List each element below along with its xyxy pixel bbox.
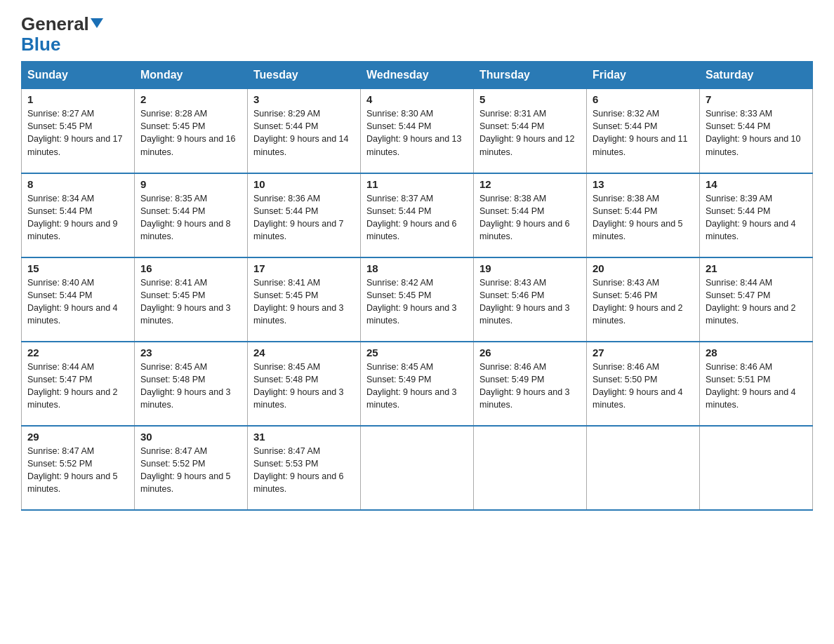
weekday-header-friday: Friday — [587, 62, 700, 89]
day-number: 19 — [479, 262, 581, 274]
day-number: 21 — [706, 262, 807, 274]
calendar-body: 1 Sunrise: 8:27 AMSunset: 5:45 PMDayligh… — [22, 89, 813, 510]
day-info: Sunrise: 8:27 AMSunset: 5:45 PMDaylight:… — [27, 109, 123, 156]
day-info: Sunrise: 8:45 AMSunset: 5:49 PMDaylight:… — [366, 362, 457, 410]
day-number: 30 — [140, 431, 241, 443]
calendar-cell: 31 Sunrise: 8:47 AMSunset: 5:53 PMDaylig… — [248, 426, 361, 510]
day-info: Sunrise: 8:37 AMSunset: 5:44 PMDaylight:… — [366, 194, 457, 241]
day-number: 26 — [479, 347, 581, 358]
day-info: Sunrise: 8:47 AMSunset: 5:52 PMDaylight:… — [140, 446, 231, 494]
weekday-header-wednesday: Wednesday — [361, 62, 474, 89]
calendar-cell: 18 Sunrise: 8:42 AMSunset: 5:45 PMDaylig… — [361, 257, 474, 342]
day-number: 23 — [140, 347, 241, 358]
day-number: 24 — [253, 347, 355, 358]
day-number: 11 — [366, 178, 468, 190]
calendar-cell — [474, 426, 587, 510]
weekday-header-monday: Monday — [135, 62, 248, 89]
day-info: Sunrise: 8:44 AMSunset: 5:47 PMDaylight:… — [27, 362, 118, 410]
day-info: Sunrise: 8:46 AMSunset: 5:50 PMDaylight:… — [593, 362, 683, 410]
day-number: 3 — [253, 93, 355, 105]
weekday-header-row: SundayMondayTuesdayWednesdayThursdayFrid… — [22, 62, 813, 89]
calendar-cell: 27 Sunrise: 8:46 AMSunset: 5:50 PMDaylig… — [587, 342, 700, 426]
day-number: 2 — [140, 93, 241, 105]
calendar-cell: 3 Sunrise: 8:29 AMSunset: 5:44 PMDayligh… — [248, 89, 361, 173]
calendar-cell: 22 Sunrise: 8:44 AMSunset: 5:47 PMDaylig… — [22, 342, 135, 426]
day-info: Sunrise: 8:44 AMSunset: 5:47 PMDaylight:… — [706, 278, 796, 326]
calendar-cell: 15 Sunrise: 8:40 AMSunset: 5:44 PMDaylig… — [22, 257, 135, 342]
calendar-cell: 26 Sunrise: 8:46 AMSunset: 5:49 PMDaylig… — [474, 342, 587, 426]
calendar-cell: 4 Sunrise: 8:30 AMSunset: 5:44 PMDayligh… — [361, 89, 474, 173]
day-info: Sunrise: 8:45 AMSunset: 5:48 PMDaylight:… — [140, 362, 231, 410]
day-number: 16 — [140, 262, 241, 274]
calendar-cell: 30 Sunrise: 8:47 AMSunset: 5:52 PMDaylig… — [135, 426, 248, 510]
day-number: 9 — [140, 178, 241, 190]
day-number: 6 — [593, 93, 694, 105]
day-number: 12 — [479, 178, 581, 190]
calendar-cell: 17 Sunrise: 8:41 AMSunset: 5:45 PMDaylig… — [248, 257, 361, 342]
day-info: Sunrise: 8:47 AMSunset: 5:52 PMDaylight:… — [27, 446, 118, 494]
day-number: 7 — [706, 93, 807, 105]
calendar-cell: 16 Sunrise: 8:41 AMSunset: 5:45 PMDaylig… — [135, 257, 248, 342]
calendar-week-row: 15 Sunrise: 8:40 AMSunset: 5:44 PMDaylig… — [22, 257, 813, 342]
calendar-cell: 14 Sunrise: 8:39 AMSunset: 5:44 PMDaylig… — [700, 173, 813, 257]
day-number: 13 — [593, 178, 694, 190]
logo-text: GeneralBlue — [21, 14, 103, 54]
calendar-cell: 2 Sunrise: 8:28 AMSunset: 5:45 PMDayligh… — [135, 89, 248, 173]
calendar-cell: 12 Sunrise: 8:38 AMSunset: 5:44 PMDaylig… — [474, 173, 587, 257]
calendar-table: SundayMondayTuesdayWednesdayThursdayFrid… — [21, 61, 813, 511]
day-info: Sunrise: 8:45 AMSunset: 5:48 PMDaylight:… — [253, 362, 344, 410]
calendar-cell: 19 Sunrise: 8:43 AMSunset: 5:46 PMDaylig… — [474, 257, 587, 342]
day-number: 31 — [253, 431, 355, 443]
calendar-cell: 24 Sunrise: 8:45 AMSunset: 5:48 PMDaylig… — [248, 342, 361, 426]
calendar-cell: 23 Sunrise: 8:45 AMSunset: 5:48 PMDaylig… — [135, 342, 248, 426]
day-info: Sunrise: 8:43 AMSunset: 5:46 PMDaylight:… — [593, 278, 683, 326]
day-number: 28 — [706, 347, 807, 358]
calendar-cell: 25 Sunrise: 8:45 AMSunset: 5:49 PMDaylig… — [361, 342, 474, 426]
day-info: Sunrise: 8:32 AMSunset: 5:44 PMDaylight:… — [593, 109, 688, 156]
day-info: Sunrise: 8:39 AMSunset: 5:44 PMDaylight:… — [706, 194, 796, 241]
day-number: 25 — [366, 347, 468, 358]
day-number: 8 — [27, 178, 128, 190]
day-info: Sunrise: 8:46 AMSunset: 5:49 PMDaylight:… — [479, 362, 570, 410]
day-info: Sunrise: 8:38 AMSunset: 5:44 PMDaylight:… — [479, 194, 570, 241]
day-number: 22 — [27, 347, 128, 358]
calendar-cell: 21 Sunrise: 8:44 AMSunset: 5:47 PMDaylig… — [700, 257, 813, 342]
calendar-cell: 20 Sunrise: 8:43 AMSunset: 5:46 PMDaylig… — [587, 257, 700, 342]
page-header: GeneralBlue — [21, 14, 813, 54]
day-info: Sunrise: 8:34 AMSunset: 5:44 PMDaylight:… — [27, 194, 118, 241]
calendar-cell: 7 Sunrise: 8:33 AMSunset: 5:44 PMDayligh… — [700, 89, 813, 173]
calendar-cell: 6 Sunrise: 8:32 AMSunset: 5:44 PMDayligh… — [587, 89, 700, 173]
calendar-cell: 11 Sunrise: 8:37 AMSunset: 5:44 PMDaylig… — [361, 173, 474, 257]
calendar-cell: 10 Sunrise: 8:36 AMSunset: 5:44 PMDaylig… — [248, 173, 361, 257]
day-info: Sunrise: 8:38 AMSunset: 5:44 PMDaylight:… — [593, 194, 683, 241]
day-info: Sunrise: 8:29 AMSunset: 5:44 PMDaylight:… — [253, 109, 349, 156]
calendar-cell: 13 Sunrise: 8:38 AMSunset: 5:44 PMDaylig… — [587, 173, 700, 257]
day-number: 14 — [706, 178, 807, 190]
day-info: Sunrise: 8:41 AMSunset: 5:45 PMDaylight:… — [140, 278, 231, 326]
calendar-cell — [361, 426, 474, 510]
logo: GeneralBlue — [21, 14, 103, 54]
day-info: Sunrise: 8:31 AMSunset: 5:44 PMDaylight:… — [479, 109, 575, 156]
calendar-cell — [700, 426, 813, 510]
weekday-header-thursday: Thursday — [474, 62, 587, 89]
day-info: Sunrise: 8:28 AMSunset: 5:45 PMDaylight:… — [140, 109, 236, 156]
calendar-week-row: 8 Sunrise: 8:34 AMSunset: 5:44 PMDayligh… — [22, 173, 813, 257]
day-number: 10 — [253, 178, 355, 190]
calendar-cell — [587, 426, 700, 510]
weekday-header-sunday: Sunday — [22, 62, 135, 89]
calendar-week-row: 29 Sunrise: 8:47 AMSunset: 5:52 PMDaylig… — [22, 426, 813, 510]
weekday-header-tuesday: Tuesday — [248, 62, 361, 89]
day-number: 5 — [479, 93, 581, 105]
day-info: Sunrise: 8:30 AMSunset: 5:44 PMDaylight:… — [366, 109, 462, 156]
day-number: 18 — [366, 262, 468, 274]
day-info: Sunrise: 8:40 AMSunset: 5:44 PMDaylight:… — [27, 278, 118, 326]
day-number: 15 — [27, 262, 128, 274]
day-info: Sunrise: 8:47 AMSunset: 5:53 PMDaylight:… — [253, 446, 344, 494]
weekday-header-saturday: Saturday — [700, 62, 813, 89]
calendar-cell: 5 Sunrise: 8:31 AMSunset: 5:44 PMDayligh… — [474, 89, 587, 173]
day-info: Sunrise: 8:36 AMSunset: 5:44 PMDaylight:… — [253, 194, 344, 241]
day-number: 27 — [593, 347, 694, 358]
day-info: Sunrise: 8:43 AMSunset: 5:46 PMDaylight:… — [479, 278, 570, 326]
logo-blue-text: Blue — [21, 34, 60, 55]
day-number: 17 — [253, 262, 355, 274]
